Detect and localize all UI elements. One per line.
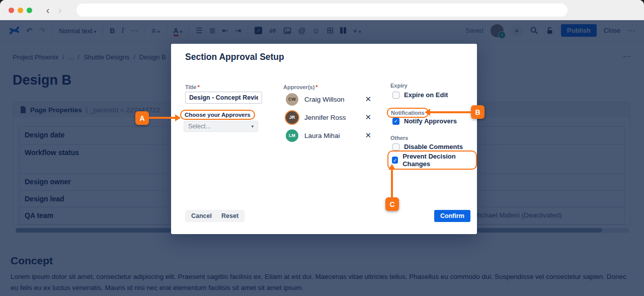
checkbox-label: Expire on Edit [404,91,448,99]
approver-name: Laura Mihai [304,132,340,139]
others-group-label: Others [390,135,408,141]
annotation-arrow-b [430,111,471,113]
annotation-arrowhead-a [175,114,181,121]
expire-on-edit-option[interactable]: Expire on Edit [392,91,448,99]
checkbox[interactable]: ✓ [392,157,398,164]
approver-name: Jennifer Ross [304,114,346,121]
dialog-title: Section Approval Setup [185,52,284,62]
notifications-group-label: Notifications [387,108,429,118]
chevron-down-icon: ▾ [251,124,254,129]
checkbox-label: Notify Approvers [404,117,457,125]
disable-comments-option[interactable]: Disable Comments [392,143,463,151]
close-window-button[interactable] [9,8,14,13]
approver-row: JR Jennifer Ross ✕ [286,111,371,124]
avatar: LM [286,129,298,142]
notify-approvers-option[interactable]: ✓ Notify Approvers [392,117,457,125]
traffic-lights [9,8,32,13]
checkbox[interactable] [392,143,399,151]
browser-forward-button[interactable]: › [54,4,65,17]
minimize-window-button[interactable] [18,8,23,13]
zoom-window-button[interactable] [27,8,32,13]
checkbox[interactable]: ✓ [392,118,399,125]
annotation-arrow-a [149,117,175,119]
browser-chrome: ‹ › [0,0,644,20]
annotation-arrowhead-b [425,109,430,116]
choose-approvers-label: Choose your Approvers [180,110,255,120]
annotation-arrow-c [391,170,393,197]
reset-button[interactable]: Reset [215,210,245,222]
approvers-select[interactable]: Select... ▾ [184,121,258,132]
title-field-label: Title* [185,84,200,90]
checkbox-label: Disable Comments [404,143,463,151]
approvers-field-label: Approver(s)* [283,84,318,90]
checkbox-label: Prevent Decision Changes [403,153,472,168]
remove-approver-icon[interactable]: ✕ [365,113,371,122]
expiry-group-label: Expiry [390,83,408,89]
section-approval-dialog: Section Approval Setup Title* Choose you… [171,44,477,234]
title-input[interactable] [185,92,262,104]
approvers-list: CW Craig Willson ✕ JR Jennifer Ross ✕ LM… [286,93,371,147]
prevent-decision-changes-option[interactable]: ✓ Prevent Decision Changes [387,151,477,170]
confirm-button[interactable]: Confirm [434,210,470,222]
remove-approver-icon[interactable]: ✕ [365,95,371,104]
required-asterisk: * [315,84,317,90]
address-bar[interactable] [76,4,568,17]
remove-approver-icon[interactable]: ✕ [365,131,371,140]
browser-back-button[interactable]: ‹ [42,4,53,17]
approver-row: LM Laura Mihai ✕ [286,129,371,142]
approver-row: CW Craig Willson ✕ [286,93,371,106]
approver-name: Craig Willson [304,96,345,103]
avatar: CW [286,93,298,106]
app-window: ‹ › ↶ ↷ Normal text▾ B I ⋯ ≡▾ A▾ ☰ ≣ ⇤ ⇥ [0,0,644,296]
cancel-button[interactable]: Cancel [185,210,218,222]
checkbox[interactable] [392,92,399,99]
annotation-badge-b: B [471,105,485,119]
annotation-badge-c: C [385,197,399,211]
required-asterisk: * [197,84,199,90]
annotation-badge-a: A [135,111,149,125]
select-placeholder: Select... [188,123,211,130]
annotation-arrowhead-c [388,164,395,170]
avatar: JR [286,111,298,124]
